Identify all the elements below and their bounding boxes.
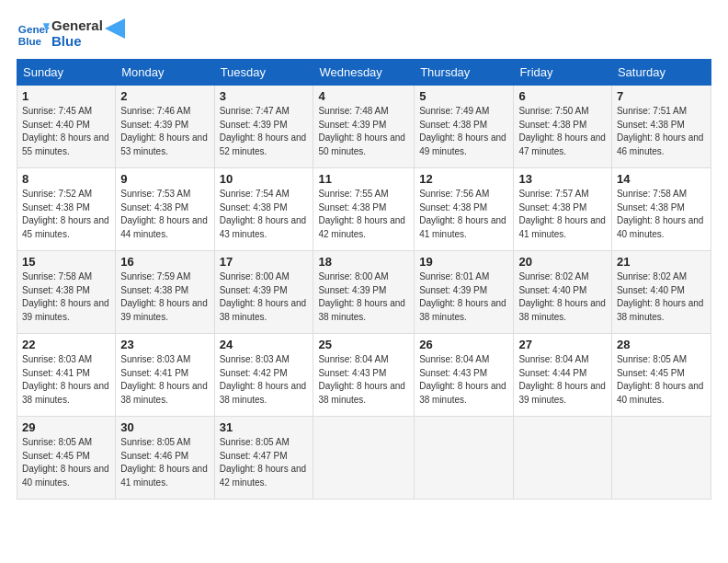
daylight-label: Daylight: 8 hours and 47 minutes. (518, 132, 606, 156)
sunrise-label: Sunrise: 7:58 AM (22, 271, 92, 282)
day-number: 31 (220, 420, 309, 434)
day-info: Sunrise: 7:59 AM Sunset: 4:38 PM Dayligh… (120, 270, 209, 324)
day-number: 13 (518, 172, 606, 186)
sunrise-label: Sunrise: 8:02 AM (518, 271, 588, 282)
calendar-cell: 30 Sunrise: 8:05 AM Sunset: 4:46 PM Dayl… (116, 417, 214, 500)
day-number: 26 (419, 338, 508, 351)
calendar-cell: 20 Sunrise: 8:02 AM Sunset: 4:40 PM Dayl… (514, 251, 611, 334)
sunset-label: Sunset: 4:47 PM (220, 451, 288, 461)
calendar-cell: 16 Sunrise: 7:59 AM Sunset: 4:38 PM Dayl… (116, 251, 214, 334)
sunset-label: Sunset: 4:38 PM (617, 202, 685, 213)
calendar-cell: 14 Sunrise: 7:58 AM Sunset: 4:38 PM Dayl… (611, 168, 711, 251)
calendar-week-row: 29 Sunrise: 8:05 AM Sunset: 4:45 PM Dayl… (17, 417, 711, 500)
sunset-label: Sunset: 4:45 PM (617, 368, 685, 378)
daylight-label: Daylight: 8 hours and 52 minutes. (220, 132, 307, 156)
sunrise-label: Sunrise: 7:49 AM (419, 106, 489, 116)
sunset-label: Sunset: 4:39 PM (220, 285, 288, 295)
day-number: 23 (120, 338, 209, 351)
day-number: 12 (419, 172, 508, 186)
sunset-label: Sunset: 4:38 PM (220, 202, 288, 213)
day-number: 14 (617, 172, 706, 186)
day-number: 10 (220, 172, 309, 186)
calendar-cell: 15 Sunrise: 7:58 AM Sunset: 4:38 PM Dayl… (17, 251, 116, 334)
sunset-label: Sunset: 4:42 PM (220, 368, 288, 378)
day-number: 20 (518, 255, 606, 269)
daylight-label: Daylight: 8 hours and 43 minutes. (220, 215, 307, 239)
daylight-label: Daylight: 8 hours and 40 minutes. (617, 381, 704, 405)
day-number: 25 (318, 338, 409, 351)
day-number: 15 (22, 255, 110, 269)
day-info: Sunrise: 7:52 AM Sunset: 4:38 PM Dayligh… (22, 188, 110, 241)
calendar-cell: 26 Sunrise: 8:04 AM Sunset: 4:43 PM Dayl… (415, 334, 514, 417)
sunrise-label: Sunrise: 7:53 AM (120, 189, 190, 199)
day-info: Sunrise: 7:48 AM Sunset: 4:39 PM Dayligh… (318, 105, 409, 158)
sunset-label: Sunset: 4:38 PM (419, 202, 487, 213)
daylight-label: Daylight: 8 hours and 45 minutes. (22, 215, 109, 239)
sunrise-label: Sunrise: 8:03 AM (22, 354, 92, 364)
day-number: 1 (22, 89, 110, 103)
day-number: 11 (318, 172, 409, 186)
daylight-label: Daylight: 8 hours and 42 minutes. (220, 464, 307, 488)
sunset-label: Sunset: 4:38 PM (419, 120, 487, 130)
calendar-cell (514, 417, 611, 500)
sunrise-label: Sunrise: 8:03 AM (220, 354, 290, 364)
day-info: Sunrise: 7:54 AM Sunset: 4:38 PM Dayligh… (220, 188, 309, 241)
sunrise-label: Sunrise: 8:04 AM (419, 354, 489, 364)
calendar-cell: 31 Sunrise: 8:05 AM Sunset: 4:47 PM Dayl… (214, 417, 313, 500)
sunset-label: Sunset: 4:39 PM (120, 120, 188, 130)
calendar-week-row: 15 Sunrise: 7:58 AM Sunset: 4:38 PM Dayl… (17, 251, 711, 334)
sunrise-label: Sunrise: 7:55 AM (318, 189, 388, 199)
day-info: Sunrise: 7:57 AM Sunset: 4:38 PM Dayligh… (518, 188, 606, 241)
day-info: Sunrise: 7:50 AM Sunset: 4:38 PM Dayligh… (518, 105, 606, 158)
sunset-label: Sunset: 4:38 PM (120, 202, 188, 213)
sunset-label: Sunset: 4:43 PM (318, 368, 386, 378)
sunrise-label: Sunrise: 8:05 AM (120, 437, 190, 447)
calendar-cell: 24 Sunrise: 8:03 AM Sunset: 4:42 PM Dayl… (214, 334, 313, 417)
day-info: Sunrise: 7:46 AM Sunset: 4:39 PM Dayligh… (120, 105, 209, 158)
day-info: Sunrise: 8:03 AM Sunset: 4:42 PM Dayligh… (220, 353, 309, 407)
calendar-cell: 13 Sunrise: 7:57 AM Sunset: 4:38 PM Dayl… (514, 168, 611, 251)
sunrise-label: Sunrise: 8:03 AM (120, 354, 190, 364)
daylight-label: Daylight: 8 hours and 38 minutes. (518, 298, 606, 322)
day-number: 18 (318, 255, 409, 269)
day-info: Sunrise: 8:00 AM Sunset: 4:39 PM Dayligh… (220, 270, 309, 324)
day-number: 9 (120, 172, 209, 186)
daylight-label: Daylight: 8 hours and 38 minutes. (22, 381, 109, 405)
sunrise-label: Sunrise: 7:50 AM (518, 106, 588, 116)
sunset-label: Sunset: 4:38 PM (318, 202, 386, 213)
calendar-cell: 12 Sunrise: 7:56 AM Sunset: 4:38 PM Dayl… (415, 168, 514, 251)
sunset-label: Sunset: 4:41 PM (120, 368, 188, 378)
daylight-label: Daylight: 8 hours and 42 minutes. (318, 215, 405, 239)
calendar-cell: 9 Sunrise: 7:53 AM Sunset: 4:38 PM Dayli… (116, 168, 214, 251)
sunrise-label: Sunrise: 7:57 AM (518, 189, 588, 199)
sunset-label: Sunset: 4:39 PM (419, 285, 487, 295)
col-thursday: Thursday (415, 60, 514, 86)
col-tuesday: Tuesday (214, 60, 313, 86)
daylight-label: Daylight: 8 hours and 40 minutes. (22, 464, 109, 488)
sunset-label: Sunset: 4:38 PM (22, 202, 90, 213)
day-number: 2 (120, 89, 209, 103)
sunrise-label: Sunrise: 8:05 AM (220, 437, 290, 447)
sunrise-label: Sunrise: 7:51 AM (617, 106, 687, 116)
day-info: Sunrise: 8:04 AM Sunset: 4:43 PM Dayligh… (419, 353, 508, 407)
calendar-cell: 21 Sunrise: 8:02 AM Sunset: 4:40 PM Dayl… (611, 251, 711, 334)
logo: General Blue General Blue (17, 17, 125, 50)
col-friday: Friday (514, 60, 611, 86)
daylight-label: Daylight: 8 hours and 39 minutes. (22, 298, 109, 322)
day-info: Sunrise: 8:05 AM Sunset: 4:46 PM Dayligh… (120, 436, 209, 489)
day-number: 4 (318, 89, 409, 103)
calendar-cell (415, 417, 514, 500)
logo-general: General (51, 17, 103, 33)
day-info: Sunrise: 8:04 AM Sunset: 4:43 PM Dayligh… (318, 353, 409, 407)
sunset-label: Sunset: 4:38 PM (617, 120, 685, 130)
calendar-cell: 5 Sunrise: 7:49 AM Sunset: 4:38 PM Dayli… (415, 86, 514, 168)
calendar-cell: 25 Sunrise: 8:04 AM Sunset: 4:43 PM Dayl… (313, 334, 415, 417)
daylight-label: Daylight: 8 hours and 41 minutes. (419, 215, 506, 239)
sunrise-label: Sunrise: 8:02 AM (617, 271, 687, 282)
day-info: Sunrise: 8:00 AM Sunset: 4:39 PM Dayligh… (318, 270, 409, 324)
calendar-cell: 4 Sunrise: 7:48 AM Sunset: 4:39 PM Dayli… (313, 86, 415, 168)
calendar-cell: 11 Sunrise: 7:55 AM Sunset: 4:38 PM Dayl… (313, 168, 415, 251)
sunrise-label: Sunrise: 7:48 AM (318, 106, 388, 116)
col-saturday: Saturday (611, 60, 711, 86)
calendar-cell: 29 Sunrise: 8:05 AM Sunset: 4:45 PM Dayl… (17, 417, 116, 500)
